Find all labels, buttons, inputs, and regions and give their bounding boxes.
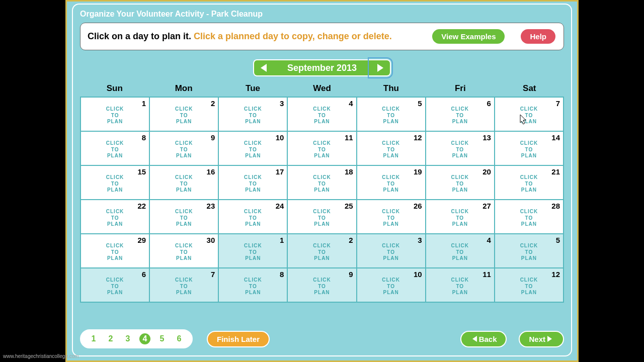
day-number: 1 bbox=[142, 99, 146, 108]
next-month-button[interactable] bbox=[370, 59, 391, 76]
click-to-plan-label: CLICKTOPLAN bbox=[382, 174, 400, 194]
calendar-day-cell[interactable]: 18CLICKTOPLAN bbox=[288, 166, 356, 199]
pager-step[interactable]: 6 bbox=[174, 333, 185, 344]
day-number: 16 bbox=[207, 167, 215, 176]
calendar-day-cell[interactable]: 25CLICKTOPLAN bbox=[288, 200, 356, 233]
calendar-day-cell[interactable]: 28CLICKTOPLAN bbox=[495, 200, 563, 233]
day-of-week-header: SunMonTueWedThuFriSat bbox=[80, 81, 564, 97]
step-pager: 123456 bbox=[80, 329, 193, 348]
calendar-day-cell[interactable]: 6CLICKTOPLAN bbox=[426, 98, 494, 131]
day-number: 23 bbox=[207, 202, 215, 210]
day-number: 9 bbox=[349, 270, 353, 279]
day-number: 19 bbox=[414, 167, 422, 176]
day-number: 7 bbox=[556, 99, 560, 108]
pager-step[interactable]: 3 bbox=[122, 333, 133, 344]
calendar-day-cell[interactable]: 22CLICKTOPLAN bbox=[81, 200, 149, 233]
calendar-day-cell[interactable]: 17CLICKTOPLAN bbox=[219, 166, 287, 199]
calendar-day-cell[interactable]: 9CLICKTOPLAN bbox=[150, 132, 218, 165]
click-to-plan-label: CLICKTOPLAN bbox=[175, 106, 193, 125]
day-number: 18 bbox=[345, 167, 353, 176]
calendar-day-cell[interactable]: 21CLICKTOPLAN bbox=[495, 166, 563, 199]
pager-step[interactable]: 2 bbox=[105, 333, 116, 344]
view-examples-button[interactable]: View Examples bbox=[431, 28, 506, 45]
chevron-left-icon bbox=[472, 336, 477, 342]
calendar-day-cell[interactable]: 8CLICKTOPLAN bbox=[81, 132, 149, 165]
calendar-day-cell[interactable]: 16CLICKTOPLAN bbox=[150, 166, 218, 199]
calendar-day-cell[interactable]: 13CLICKTOPLAN bbox=[426, 132, 494, 165]
click-to-plan-label: CLICKTOPLAN bbox=[175, 174, 193, 194]
click-to-plan-label: CLICKTOPLAN bbox=[451, 140, 469, 159]
month-navigator: September 2013 bbox=[80, 59, 564, 76]
next-button[interactable]: Next bbox=[519, 331, 564, 347]
finish-later-button[interactable]: Finish Later bbox=[207, 331, 270, 347]
click-to-plan-label: CLICKTOPLAN bbox=[175, 243, 193, 262]
calendar-day-cell[interactable]: 4CLICKTOPLAN bbox=[288, 98, 356, 131]
pager-step[interactable]: 1 bbox=[88, 333, 99, 344]
calendar-day-cell[interactable]: 3CLICKTOPLAN bbox=[357, 234, 425, 267]
day-number: 6 bbox=[487, 99, 491, 108]
calendar-day-cell[interactable]: 9CLICKTOPLAN bbox=[288, 268, 356, 302]
click-to-plan-label: CLICKTOPLAN bbox=[244, 209, 262, 228]
click-to-plan-label: CLICKTOPLAN bbox=[451, 106, 469, 125]
calendar-day-cell[interactable]: 10CLICKTOPLAN bbox=[219, 132, 287, 165]
day-number: 22 bbox=[137, 202, 146, 210]
calendar-day-cell[interactable]: 1CLICKTOPLAN bbox=[219, 234, 287, 267]
calendar-day-cell[interactable]: 12CLICKTOPLAN bbox=[357, 132, 425, 165]
day-number: 17 bbox=[276, 167, 284, 176]
calendar-day-cell[interactable]: 7CLICKTOPLAN bbox=[495, 98, 563, 131]
calendar-day-cell[interactable]: 27CLICKTOPLAN bbox=[426, 200, 494, 233]
back-label: Back bbox=[479, 335, 497, 343]
day-number: 7 bbox=[211, 270, 215, 279]
calendar-day-cell[interactable]: 5CLICKTOPLAN bbox=[357, 98, 425, 131]
calendar-day-cell[interactable]: 11CLICKTOPLAN bbox=[426, 268, 494, 302]
click-to-plan-label: CLICKTOPLAN bbox=[520, 243, 538, 262]
day-number: 9 bbox=[211, 133, 215, 142]
calendar-grid: 1CLICKTOPLAN2CLICKTOPLAN3CLICKTOPLAN4CLI… bbox=[80, 97, 564, 303]
watermark: www.heritagechristiancollege.com bbox=[3, 353, 79, 359]
day-number: 28 bbox=[551, 202, 560, 210]
day-number: 6 bbox=[142, 270, 146, 279]
calendar-day-cell[interactable]: 4CLICKTOPLAN bbox=[426, 234, 494, 267]
calendar-day-cell[interactable]: 20CLICKTOPLAN bbox=[426, 166, 494, 199]
help-button[interactable]: Help bbox=[520, 28, 556, 45]
click-to-plan-label: CLICKTOPLAN bbox=[382, 277, 400, 296]
calendar-day-cell[interactable]: 1CLICKTOPLAN bbox=[81, 98, 149, 131]
day-number: 12 bbox=[414, 133, 422, 142]
day-number: 11 bbox=[345, 133, 353, 142]
day-number: 10 bbox=[276, 133, 284, 142]
day-number: 3 bbox=[418, 236, 422, 244]
back-button[interactable]: Back bbox=[460, 331, 507, 347]
calendar-day-cell[interactable]: 3CLICKTOPLAN bbox=[219, 98, 287, 131]
calendar-day-cell[interactable]: 2CLICKTOPLAN bbox=[150, 98, 218, 131]
calendar-day-cell[interactable]: 26CLICKTOPLAN bbox=[357, 200, 425, 233]
prev-month-button[interactable] bbox=[253, 59, 274, 76]
calendar-day-cell[interactable]: 23CLICKTOPLAN bbox=[150, 200, 218, 233]
calendar-day-cell[interactable]: 6CLICKTOPLAN bbox=[81, 268, 149, 302]
click-to-plan-label: CLICKTOPLAN bbox=[175, 140, 193, 159]
calendar-day-cell[interactable]: 8CLICKTOPLAN bbox=[219, 268, 287, 302]
month-label: September 2013 bbox=[274, 59, 370, 76]
calendar-day-cell[interactable]: 11CLICKTOPLAN bbox=[288, 132, 356, 165]
calendar-day-cell[interactable]: 14CLICKTOPLAN bbox=[495, 132, 563, 165]
click-to-plan-label: CLICKTOPLAN bbox=[313, 174, 331, 194]
instruction-bar: Click on a day to plan it. Click a plann… bbox=[80, 23, 564, 50]
calendar-day-cell[interactable]: 7CLICKTOPLAN bbox=[150, 268, 218, 302]
calendar-day-cell[interactable]: 12CLICKTOPLAN bbox=[495, 268, 563, 302]
svg-marker-1 bbox=[377, 64, 383, 72]
click-to-plan-label: CLICKTOPLAN bbox=[106, 140, 124, 159]
calendar-day-cell[interactable]: 30CLICKTOPLAN bbox=[150, 234, 218, 267]
calendar-day-cell[interactable]: 15CLICKTOPLAN bbox=[81, 166, 149, 199]
calendar-day-cell[interactable]: 19CLICKTOPLAN bbox=[357, 166, 425, 199]
day-number: 2 bbox=[211, 99, 215, 108]
pager-step[interactable]: 5 bbox=[156, 333, 168, 344]
calendar-day-cell[interactable]: 29CLICKTOPLAN bbox=[81, 234, 149, 267]
calendar-day-cell[interactable]: 10CLICKTOPLAN bbox=[357, 268, 425, 302]
calendar-day-cell[interactable]: 5CLICKTOPLAN bbox=[495, 234, 563, 267]
click-to-plan-label: CLICKTOPLAN bbox=[244, 106, 262, 125]
day-number: 8 bbox=[142, 133, 146, 142]
day-number: 15 bbox=[137, 167, 146, 176]
calendar-day-cell[interactable]: 2CLICKTOPLAN bbox=[288, 234, 356, 267]
calendar-day-cell[interactable]: 24CLICKTOPLAN bbox=[219, 200, 287, 233]
pager-step[interactable]: 4 bbox=[139, 333, 150, 344]
click-to-plan-label: CLICKTOPLAN bbox=[313, 209, 331, 228]
